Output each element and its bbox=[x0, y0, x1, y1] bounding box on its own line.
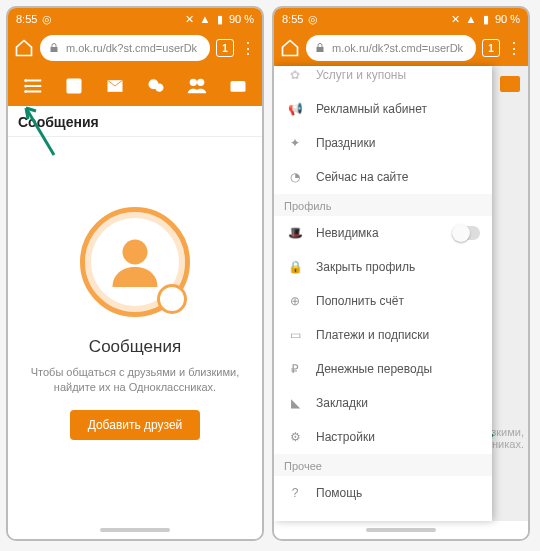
svg-point-11 bbox=[123, 240, 148, 265]
menu-item[interactable]: ⚙Настройки bbox=[274, 420, 492, 454]
status-time: 8:55 bbox=[16, 13, 37, 25]
menu-item-label: Полная версия сайта bbox=[316, 520, 435, 521]
hamburger-icon[interactable] bbox=[22, 75, 44, 97]
phone-right: 8:55 ◎ ✕ ▲ ▮ 90 % m.ok.ru/dk?st.cmd=user… bbox=[272, 6, 530, 541]
menu-item-label: Денежные переводы bbox=[316, 362, 432, 376]
lock-icon: 🔒 bbox=[286, 258, 304, 276]
menu-dots-icon[interactable]: ⋮ bbox=[240, 38, 256, 58]
monitor-icon: 🖵 bbox=[286, 518, 304, 521]
home-icon[interactable] bbox=[280, 38, 300, 58]
menu-item-label: Рекламный кабинет bbox=[316, 102, 427, 116]
avatar-placeholder-icon bbox=[80, 207, 190, 317]
wifi-off-icon: ✕ bbox=[450, 13, 462, 25]
feed-icon[interactable] bbox=[63, 75, 85, 97]
url-bar[interactable]: m.ok.ru/dk?st.cmd=userDk bbox=[40, 35, 210, 61]
signal-icon: ▲ bbox=[199, 13, 211, 25]
menu-item-label: Праздники bbox=[316, 136, 375, 150]
svg-point-8 bbox=[189, 79, 196, 86]
content-area: Сообщения Сообщения Чтобы общаться с дру… bbox=[8, 106, 262, 521]
gesture-handle[interactable] bbox=[8, 521, 262, 539]
menu-item[interactable]: 🔒Закрыть профиль bbox=[274, 250, 492, 284]
status-time: 8:55 bbox=[282, 13, 303, 25]
svg-point-3 bbox=[24, 90, 27, 93]
menu-item[interactable]: ✿ Услуги и купоны bbox=[274, 66, 492, 92]
svg-rect-0 bbox=[51, 47, 58, 52]
ruble-icon: ₽ bbox=[286, 360, 304, 378]
browser-bar: m.ok.ru/dk?st.cmd=userDk 1 ⋮ bbox=[274, 30, 528, 66]
drawer-menu: ✿ Услуги и купоны 📢Рекламный кабинет✦Пра… bbox=[274, 66, 492, 521]
url-text: m.ok.ru/dk?st.cmd=userDk bbox=[66, 42, 197, 54]
svg-point-7 bbox=[155, 84, 163, 92]
wallet-icon[interactable] bbox=[227, 75, 249, 97]
gesture-handle[interactable] bbox=[274, 521, 528, 539]
lock-icon bbox=[48, 42, 60, 54]
section-title: Сообщения bbox=[8, 106, 262, 137]
phone-left: 8:55 ◎ ✕ ▲ ▮ 90 % m.ok.ru/dk?st.cmd=user… bbox=[6, 6, 264, 541]
wallet-peek-icon bbox=[500, 76, 520, 92]
menu-item-label: Закладки bbox=[316, 396, 368, 410]
svg-rect-12 bbox=[317, 47, 324, 52]
menu-item[interactable]: ✦Праздники bbox=[274, 126, 492, 160]
menu-item-label: Невидимка bbox=[316, 226, 379, 240]
tab-count[interactable]: 1 bbox=[482, 39, 500, 57]
svg-point-1 bbox=[24, 79, 27, 82]
toggle-switch[interactable] bbox=[452, 226, 480, 240]
calendar-icon: ✦ bbox=[286, 134, 304, 152]
friends-icon[interactable] bbox=[186, 75, 208, 97]
battery-icon: ▮ bbox=[214, 13, 226, 25]
menu-item[interactable]: ₽Денежные переводы bbox=[274, 352, 492, 386]
menu-item-label: Платежи и подписки bbox=[316, 328, 429, 342]
clock-icon: ◔ bbox=[286, 168, 304, 186]
battery-pct: 90 % bbox=[229, 13, 254, 25]
add-friends-button[interactable]: Добавить друзей bbox=[70, 410, 201, 440]
magnifier-icon bbox=[157, 284, 187, 314]
lock-icon bbox=[314, 42, 326, 54]
menu-item-label: Помощь bbox=[316, 486, 362, 500]
plus-circle-icon: ⊕ bbox=[286, 292, 304, 310]
app-icon: ◎ bbox=[41, 13, 53, 25]
menu-item[interactable]: 🖵Полная версия сайта bbox=[274, 510, 492, 521]
menu-item[interactable]: ◔Сейчас на сайте bbox=[274, 160, 492, 194]
empty-state: Сообщения Чтобы общаться с друзьями и бл… bbox=[8, 137, 262, 440]
menu-item[interactable]: 📢Рекламный кабинет bbox=[274, 92, 492, 126]
url-bar[interactable]: m.ok.ru/dk?st.cmd=userDk bbox=[306, 35, 476, 61]
mail-icon[interactable] bbox=[104, 75, 126, 97]
menu-item[interactable]: ◣Закладки bbox=[274, 386, 492, 420]
browser-bar: m.ok.ru/dk?st.cmd=userDk 1 ⋮ bbox=[8, 30, 262, 66]
wifi-off-icon: ✕ bbox=[184, 13, 196, 25]
signal-icon: ▲ bbox=[465, 13, 477, 25]
top-nav bbox=[8, 66, 262, 106]
menu-item[interactable]: ⊕Пополнить счёт bbox=[274, 284, 492, 318]
bookmark-icon: ◣ bbox=[286, 394, 304, 412]
home-icon[interactable] bbox=[14, 38, 34, 58]
empty-subtext: Чтобы общаться с друзьями и близкими, на… bbox=[8, 365, 262, 396]
megaphone-icon: 📢 bbox=[286, 100, 304, 118]
menu-item-label: Закрыть профиль bbox=[316, 260, 415, 274]
group-header: Прочее bbox=[274, 454, 492, 476]
group-header: Профиль bbox=[274, 194, 492, 216]
help-icon: ? bbox=[286, 484, 304, 502]
battery-icon: ▮ bbox=[480, 13, 492, 25]
svg-rect-4 bbox=[66, 79, 81, 94]
svg-rect-10 bbox=[230, 81, 245, 92]
tag-icon: ✿ bbox=[286, 66, 304, 84]
wallet-icon: ▭ bbox=[286, 326, 304, 344]
menu-item[interactable]: ▭Платежи и подписки bbox=[274, 318, 492, 352]
svg-point-9 bbox=[197, 79, 204, 86]
status-bar: 8:55 ◎ ✕ ▲ ▮ 90 % bbox=[274, 8, 528, 30]
app-icon: ◎ bbox=[307, 13, 319, 25]
menu-item-label: Сейчас на сайте bbox=[316, 170, 408, 184]
menu-item[interactable]: 🎩Невидимка bbox=[274, 216, 492, 250]
menu-item-label: Пополнить счёт bbox=[316, 294, 404, 308]
menu-item[interactable]: ?Помощь bbox=[274, 476, 492, 510]
hat-icon: 🎩 bbox=[286, 224, 304, 242]
tab-count[interactable]: 1 bbox=[216, 39, 234, 57]
discussions-icon[interactable] bbox=[145, 75, 167, 97]
status-bar: 8:55 ◎ ✕ ▲ ▮ 90 % bbox=[8, 8, 262, 30]
menu-item-label: Услуги и купоны bbox=[316, 68, 406, 82]
empty-heading: Сообщения bbox=[89, 337, 181, 357]
gear-icon: ⚙ bbox=[286, 428, 304, 446]
svg-point-2 bbox=[24, 85, 27, 88]
menu-dots-icon[interactable]: ⋮ bbox=[506, 38, 522, 58]
menu-item-label: Настройки bbox=[316, 430, 375, 444]
